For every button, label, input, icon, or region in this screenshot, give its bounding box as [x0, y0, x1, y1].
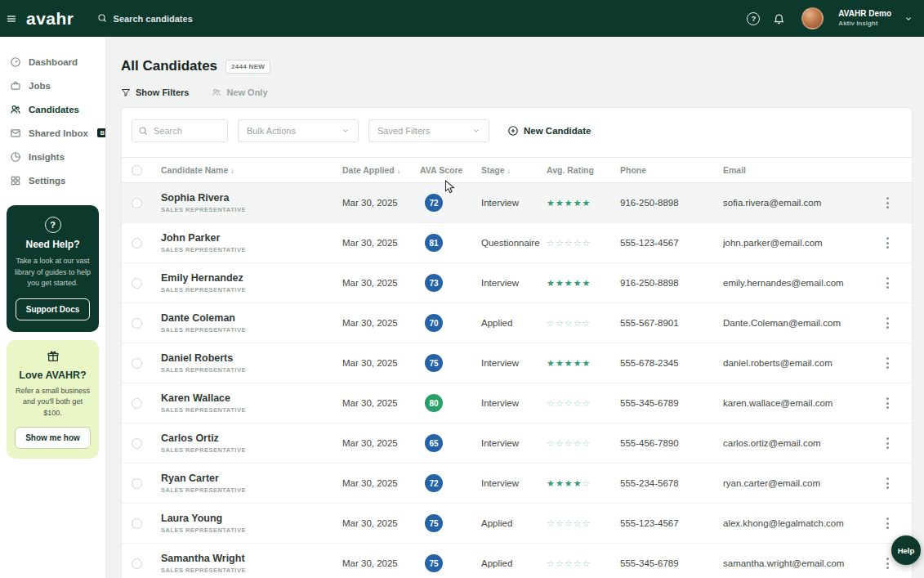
- col-stage[interactable]: Stage↓: [481, 165, 547, 175]
- new-count-badge: 2444 NEW: [225, 60, 270, 74]
- account-menu[interactable]: AVAHR Demo Aktiv Insight: [838, 9, 891, 28]
- row-select-radio[interactable]: [132, 518, 142, 529]
- referral-card-title: Love AVAHR?: [14, 370, 92, 381]
- col-ava-score[interactable]: AVA Score: [420, 165, 481, 175]
- bulk-actions-select[interactable]: Bulk Actions: [238, 119, 359, 142]
- help-icon[interactable]: ?: [747, 12, 760, 25]
- candidate-name[interactable]: John Parker: [161, 232, 342, 244]
- saved-filters-select[interactable]: Saved Filters: [368, 119, 489, 142]
- email: john.parker@email.com: [723, 238, 873, 248]
- sidebar-item-label: Jobs: [29, 81, 51, 91]
- help-fab[interactable]: Help: [891, 535, 921, 565]
- sidebar-item-candidates[interactable]: Candidates: [0, 97, 105, 121]
- candidate-name[interactable]: Carlos Ortiz: [161, 432, 342, 444]
- row-actions-menu[interactable]: [882, 392, 894, 414]
- row-select-radio[interactable]: [132, 558, 142, 569]
- row-select-radio[interactable]: [132, 398, 142, 409]
- sidebar-item-shared-inbox[interactable]: Shared Inbox BETA: [0, 121, 105, 145]
- row-actions-menu[interactable]: [882, 513, 894, 534]
- star-filled-icon: ★: [547, 479, 555, 488]
- show-me-how-button[interactable]: Show me how: [15, 427, 91, 449]
- row-select-radio[interactable]: [132, 238, 142, 249]
- menu-icon[interactable]: [7, 14, 16, 24]
- candidate-role: SALES REPRESENTATIVE: [161, 206, 342, 213]
- candidate-name[interactable]: Ryan Carter: [161, 473, 342, 484]
- ava-score-badge: 75: [425, 354, 443, 372]
- row-select-radio[interactable]: [132, 478, 142, 489]
- sidebar-item-settings[interactable]: Settings: [0, 168, 105, 192]
- col-email[interactable]: Email: [723, 165, 873, 175]
- col-candidate-name[interactable]: Candidate Name↓: [161, 165, 342, 175]
- row-select-radio[interactable]: [132, 278, 142, 289]
- support-docs-button[interactable]: Support Docs: [16, 298, 91, 320]
- table-row[interactable]: Carlos Ortiz SALES REPRESENTATIVE Mar 30…: [122, 423, 912, 464]
- candidate-name[interactable]: Samantha Wright: [161, 553, 342, 564]
- star-empty-icon: ☆: [565, 439, 573, 448]
- row-actions-menu[interactable]: [882, 192, 894, 213]
- candidate-cell: Sophia Rivera SALES REPRESENTATIVE: [161, 192, 342, 213]
- briefcase-icon: [10, 80, 21, 92]
- table-row[interactable]: Sophia Rivera SALES REPRESENTATIVE Mar 3…: [122, 183, 912, 223]
- star-empty-icon: ☆: [547, 439, 555, 448]
- row-actions-menu[interactable]: [882, 432, 894, 454]
- table-row[interactable]: Emily Hernandez SALES REPRESENTATIVE Mar…: [122, 263, 912, 303]
- sidebar-item-jobs[interactable]: Jobs: [0, 74, 105, 97]
- star-empty-icon: ☆: [574, 559, 582, 568]
- filter-row: Show Filters New Only: [121, 87, 913, 97]
- table-row[interactable]: Karen Wallace SALES REPRESENTATIVE Mar 3…: [122, 383, 912, 423]
- row-actions-menu[interactable]: [882, 473, 894, 494]
- main-content: All Candidates 2444 NEW Show Filters New…: [106, 37, 924, 578]
- global-search[interactable]: Search candidates: [97, 13, 193, 25]
- avatar[interactable]: [801, 7, 824, 29]
- row-select-radio[interactable]: [132, 358, 142, 369]
- show-filters-button[interactable]: Show Filters: [121, 87, 189, 97]
- table-row[interactable]: Laura Young SALES REPRESENTATIVE Mar 30,…: [122, 504, 912, 544]
- gift-icon: [47, 352, 60, 365]
- table-row[interactable]: Dante Coleman SALES REPRESENTATIVE Mar 3…: [122, 303, 912, 343]
- row-actions-menu[interactable]: [882, 352, 894, 374]
- star-filled-icon: ★: [556, 199, 564, 208]
- row-select-radio[interactable]: [132, 198, 142, 208]
- table-row[interactable]: Samantha Wright SALES REPRESENTATIVE Mar…: [122, 544, 912, 578]
- chevron-down-icon[interactable]: [904, 15, 913, 23]
- funnel-icon: [121, 87, 131, 97]
- select-all-radio[interactable]: [132, 165, 142, 176]
- new-candidate-button[interactable]: New Candidate: [507, 125, 591, 137]
- candidate-name[interactable]: Sophia Rivera: [161, 192, 342, 204]
- bulk-actions-label: Bulk Actions: [247, 126, 296, 136]
- table-search: [132, 119, 228, 142]
- candidate-name[interactable]: Laura Young: [161, 513, 342, 524]
- table-row[interactable]: John Parker SALES REPRESENTATIVE Mar 30,…: [122, 223, 912, 263]
- sidebar-item-insights[interactable]: Insights: [0, 145, 105, 168]
- bell-icon[interactable]: [773, 12, 785, 25]
- candidate-name[interactable]: Daniel Roberts: [161, 352, 342, 364]
- row-select-radio[interactable]: [132, 318, 142, 329]
- candidate-name[interactable]: Emily Hernandez: [161, 272, 342, 284]
- ava-score-badge: 80: [425, 394, 443, 412]
- row-actions-menu[interactable]: [882, 553, 894, 574]
- ava-score-badge: 72: [425, 194, 443, 212]
- star-filled-icon: ★: [556, 359, 564, 368]
- row-actions-menu[interactable]: [882, 232, 894, 253]
- table-row[interactable]: Ryan Carter SALES REPRESENTATIVE Mar 30,…: [122, 464, 912, 504]
- col-phone[interactable]: Phone: [620, 165, 723, 175]
- col-avg-rating[interactable]: Avg. Rating: [547, 165, 620, 175]
- sidebar-item-dashboard[interactable]: Dashboard: [0, 50, 105, 74]
- stage: Interview: [481, 438, 547, 448]
- ava-score-badge: 75: [425, 514, 443, 532]
- stage: Applied: [481, 518, 547, 528]
- col-date-applied[interactable]: Date Applied↓: [342, 165, 420, 175]
- row-actions-menu[interactable]: [882, 312, 894, 334]
- candidate-name[interactable]: Karen Wallace: [161, 392, 342, 404]
- candidate-name[interactable]: Dante Coleman: [161, 312, 342, 324]
- star-empty-icon: ☆: [565, 559, 573, 568]
- table-row[interactable]: Daniel Roberts SALES REPRESENTATIVE Mar …: [122, 343, 912, 383]
- date-applied: Mar 30, 2025: [342, 318, 420, 328]
- row-select-radio[interactable]: [132, 438, 142, 449]
- candidate-cell: Carlos Ortiz SALES REPRESENTATIVE: [161, 432, 342, 454]
- row-actions-menu[interactable]: [882, 272, 894, 293]
- app-logo[interactable]: avahr: [26, 9, 74, 29]
- star-empty-icon: ☆: [583, 319, 591, 328]
- new-only-toggle[interactable]: New Only: [212, 87, 267, 97]
- star-filled-icon: ★: [547, 359, 555, 368]
